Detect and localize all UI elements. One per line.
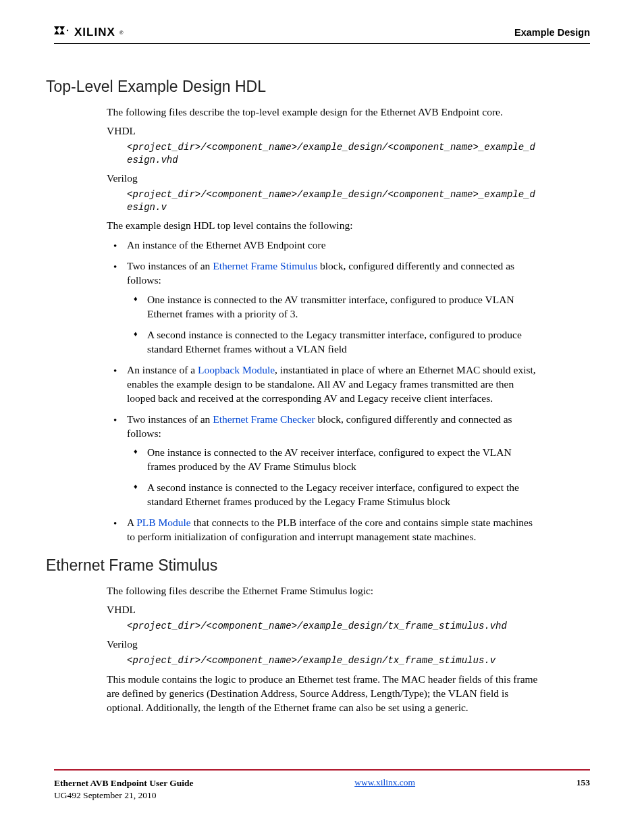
text: Two instances of an <box>127 260 213 271</box>
list-item: One instance is connected to the AV rece… <box>127 446 539 474</box>
page-header: XILINX ® Example Design <box>54 26 590 44</box>
sub-list: One instance is connected to the AV rece… <box>127 446 539 509</box>
xilinx-logo-icon <box>54 26 70 38</box>
link-ethernet-frame-stimulus[interactable]: Ethernet Frame Stimulus <box>213 260 317 271</box>
logo-text: XILINX <box>74 26 115 39</box>
list-item: A second instance is connected to the Le… <box>127 328 539 357</box>
paragraph: The following files describe the top-lev… <box>107 105 539 120</box>
chapter-title: Example Design <box>514 27 590 38</box>
list-item: An instance of the Ethernet AVB Endpoint… <box>107 238 539 253</box>
code-verilog-path: <project_dir>/<component_name>/example_d… <box>127 654 539 667</box>
code-vhdl-path: <project_dir>/<component_name>/example_d… <box>127 141 539 167</box>
xilinx-logo: XILINX ® <box>54 26 124 39</box>
link-plb-module[interactable]: PLB Module <box>136 517 191 528</box>
label-verilog: Verilog <box>107 638 539 650</box>
document-page: XILINX ® Example Design Top-Level Exampl… <box>0 0 644 834</box>
label-vhdl: VHDL <box>107 604 539 616</box>
paragraph: This module contains the logic to produc… <box>107 673 539 715</box>
page-content: Top-Level Example Design HDL The followi… <box>54 78 539 714</box>
list-item: Two instances of an Ethernet Frame Stimu… <box>107 259 539 357</box>
link-loopback-module[interactable]: Loopback Module <box>198 364 275 375</box>
link-ethernet-frame-checker[interactable]: Ethernet Frame Checker <box>213 413 315 425</box>
page-number: 153 <box>576 777 590 788</box>
list-item: A second instance is connected to the Le… <box>127 481 539 509</box>
list-item: A PLB Module that connects to the PLB in… <box>107 516 539 544</box>
list-item: An instance of a Loopback Module, instan… <box>107 363 539 406</box>
svg-point-0 <box>67 30 68 31</box>
footer-doc-id: UG492 September 21, 2010 <box>54 789 194 802</box>
bullet-list: An instance of the Ethernet AVB Endpoint… <box>107 238 539 544</box>
registered-icon: ® <box>119 30 124 36</box>
footer-doc-title: Ethernet AVB Endpoint User Guide <box>54 777 194 789</box>
footer-url-link[interactable]: www.xilinx.com <box>354 777 415 788</box>
list-item: Two instances of an Ethernet Frame Check… <box>107 413 539 510</box>
list-item: One instance is connected to the AV tran… <box>127 293 539 321</box>
heading-top-level: Top-Level Example Design HDL <box>46 78 539 96</box>
code-verilog-path: <project_dir>/<component_name>/example_d… <box>127 188 539 214</box>
text: Two instances of an <box>127 413 213 425</box>
heading-ethernet-frame-stimulus: Ethernet Frame Stimulus <box>46 556 539 575</box>
code-vhdl-path: <project_dir>/<component_name>/example_d… <box>127 620 539 633</box>
text: A <box>127 517 136 528</box>
page-footer: Ethernet AVB Endpoint User Guide UG492 S… <box>54 769 590 802</box>
sub-list: One instance is connected to the AV tran… <box>127 293 539 357</box>
paragraph: The example design HDL top level contain… <box>107 219 539 233</box>
label-verilog: Verilog <box>107 172 539 184</box>
paragraph: The following files describe the Etherne… <box>107 584 539 598</box>
footer-left: Ethernet AVB Endpoint User Guide UG492 S… <box>54 777 194 802</box>
text: An instance of a <box>127 364 198 375</box>
label-vhdl: VHDL <box>107 125 539 137</box>
